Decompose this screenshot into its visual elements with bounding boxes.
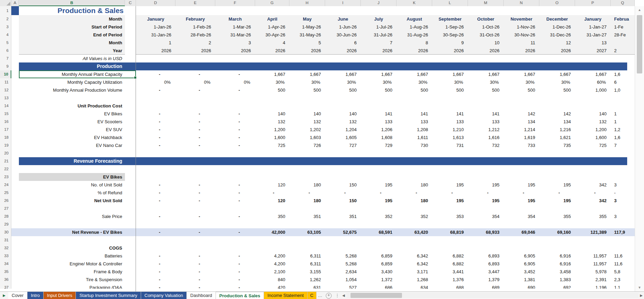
cell-D3[interactable]: 1-Jan-26 (136, 23, 175, 31)
cell-C28[interactable] (125, 212, 136, 220)
cell-C24[interactable] (125, 181, 136, 189)
cell-K2[interactable]: August (396, 15, 432, 23)
cell-L28[interactable]: 353 (432, 212, 468, 220)
cell-D34[interactable]: - (136, 260, 175, 268)
row-filler[interactable] (125, 173, 627, 181)
cell-H6[interactable]: 2026 (289, 47, 325, 55)
cell-M6[interactable]: 2026 (468, 47, 504, 55)
cell-N6[interactable]: 2026 (504, 47, 539, 55)
cell-B35-label[interactable]: Frame & Body (19, 268, 125, 276)
cell-O17[interactable]: 1,216 (539, 126, 575, 134)
cell-N16[interactable]: 134 (504, 118, 539, 126)
cell-Q19[interactable]: 7 (611, 141, 635, 149)
cell-I2[interactable]: June (325, 15, 361, 23)
cell-L24[interactable]: 195 (432, 181, 468, 189)
cell-G24[interactable]: 120 (255, 181, 289, 189)
row-header-13[interactable]: 13 (0, 94, 11, 102)
cell-N33[interactable]: 6,905 (504, 252, 539, 260)
cell-J28[interactable]: 352 (361, 212, 396, 220)
cell-E33[interactable]: - (175, 252, 215, 260)
cell-E19[interactable]: - (175, 141, 215, 149)
cell-H17[interactable]: 1,202 (289, 126, 325, 134)
row-filler[interactable] (11, 149, 627, 157)
row-header-2[interactable]: 2 (0, 15, 11, 23)
cell-L37[interactable]: 688 (432, 284, 468, 289)
cell-E17[interactable]: - (175, 126, 215, 134)
cell-J25[interactable]: - (361, 189, 396, 197)
cell-H24[interactable]: 180 (289, 181, 325, 189)
hscroll-left-arrow-icon[interactable]: ◀ (341, 292, 346, 299)
cell-H5[interactable]: 5 (289, 39, 325, 47)
row-header-19[interactable]: 19 (0, 141, 11, 149)
cell-J26[interactable]: 195 (361, 197, 396, 205)
cell-N30[interactable]: 69,046 (504, 228, 539, 236)
cell-B17-label[interactable]: EV SUV (19, 126, 125, 134)
horizontal-scrollbar[interactable] (346, 293, 639, 298)
cell-P18[interactable]: 1,600 (575, 134, 611, 141)
cell-E36[interactable]: - (175, 276, 215, 284)
cell-P33[interactable]: 11,957 (575, 252, 611, 260)
cell-N35[interactable]: 3,452 (504, 268, 539, 276)
row-header-14[interactable]: 14 (0, 102, 11, 110)
column-header-E[interactable]: E (175, 0, 215, 6)
cell-J19[interactable]: 729 (361, 141, 396, 149)
cell-N4[interactable]: 30-Nov-26 (504, 31, 539, 39)
cell-O19[interactable]: 735 (539, 141, 575, 149)
cell-N19[interactable]: 733 (504, 141, 539, 149)
cell-J34[interactable]: 6,859 (361, 260, 396, 268)
cell-L30[interactable]: 68,819 (432, 228, 468, 236)
cell-P5[interactable]: 13 (575, 39, 611, 47)
cell-F2[interactable]: March (215, 15, 255, 23)
cell-J6[interactable]: 2026 (361, 47, 396, 55)
cell-F35[interactable]: - (215, 268, 255, 276)
cell-P4[interactable]: 31-Jan-27 (575, 31, 611, 39)
cell-E26[interactable]: - (175, 197, 215, 205)
sheet-tab-intro[interactable]: Intro (27, 292, 44, 299)
cell-J5[interactable]: 7 (361, 39, 396, 47)
row-header-27[interactable]: 27 (0, 205, 11, 212)
cell-D24[interactable]: - (136, 181, 175, 189)
cell-D19[interactable]: - (136, 141, 175, 149)
hscroll-right-arrow-icon[interactable]: ▶ (639, 292, 644, 299)
cell-Q30[interactable]: 117,9 (611, 228, 635, 236)
cell-M36[interactable]: 1,379 (468, 276, 504, 284)
cell-I36[interactable]: 1,054 (325, 276, 361, 284)
cell-D6[interactable]: 2026 (136, 47, 175, 55)
cell-A32[interactable] (11, 244, 19, 252)
cell-I15[interactable]: 140 (325, 110, 361, 118)
cell-A1[interactable] (11, 6, 19, 15)
cell-H37[interactable]: 631 (289, 284, 325, 289)
sheet-nav-arrow-icon[interactable]: ▶ (0, 292, 8, 299)
cell-I18[interactable]: 1,605 (325, 134, 361, 141)
cell-F4[interactable]: 31-Mar-26 (215, 31, 255, 39)
cell-L34[interactable]: 6,882 (432, 260, 468, 268)
column-header-A[interactable]: A (11, 0, 19, 6)
cell-A23[interactable] (11, 173, 19, 181)
cell-E12[interactable]: - (175, 86, 215, 94)
row-filler[interactable] (125, 244, 627, 252)
cell-L6[interactable]: 2026 (432, 47, 468, 55)
cell-H16[interactable]: 132 (289, 118, 325, 126)
cell-K5[interactable]: 8 (396, 39, 432, 47)
cell-L4[interactable]: 30-Sep-26 (432, 31, 468, 39)
cell-O18[interactable]: 1,621 (539, 134, 575, 141)
cell-Q10[interactable]: 1,6 (611, 70, 635, 78)
cell-K25[interactable]: - (396, 189, 432, 197)
cell-M3[interactable]: 1-Oct-26 (468, 23, 504, 31)
sheet-tab-cover[interactable]: Cover (8, 292, 27, 299)
cell-F6[interactable]: 2026 (215, 47, 255, 55)
cell-Q33[interactable]: 11,6 (611, 252, 635, 260)
cell-J2[interactable]: July (361, 15, 396, 23)
cell-O36[interactable]: 1,383 (539, 276, 575, 284)
cell-B14-label[interactable]: Unit Production Cost (19, 102, 125, 110)
sheet-tab-startup-investment-summary[interactable]: Startup Investment Summary (76, 292, 141, 299)
cell-O3[interactable]: 1-Dec-26 (539, 23, 575, 31)
cell-M19[interactable]: 732 (468, 141, 504, 149)
cell-B3-label[interactable]: Start of Period (19, 23, 125, 31)
row-header-30[interactable]: 30 (0, 228, 11, 236)
cell-Q25[interactable]: - (611, 189, 635, 197)
cell-D26[interactable]: - (136, 197, 175, 205)
cell-H12[interactable]: 500 (289, 86, 325, 94)
scroll-down-arrow-icon[interactable]: ▼ (635, 284, 644, 291)
cell-P19[interactable]: 725 (575, 141, 611, 149)
